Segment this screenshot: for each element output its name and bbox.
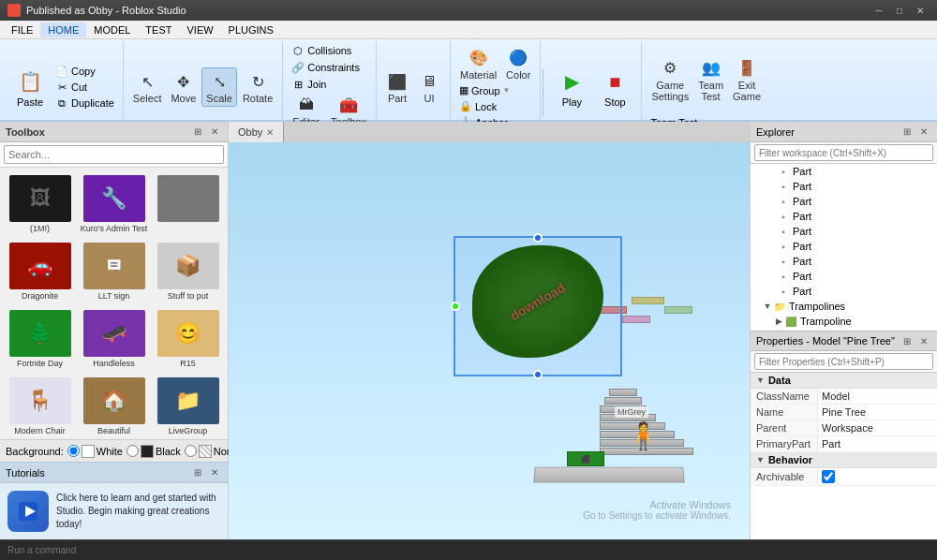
toolbox-thumb-2: [157, 175, 219, 222]
toolbox-item-1[interactable]: 🔧 Kuro's Admin Test: [78, 171, 150, 237]
material-label: Material: [460, 69, 497, 81]
game-settings-button[interactable]: ⚙ GameSettings: [647, 55, 692, 104]
group-button[interactable]: ▦ Group ▼: [456, 83, 534, 97]
main-area: Toolbox ⊞ ✕ 🖼 (1M!) 🔧 Kuro's Admin Test: [0, 122, 937, 539]
prop-name-value[interactable]: Pine Tree: [818, 405, 937, 420]
toolbox-item-2[interactable]: [152, 171, 224, 237]
toolbox-label-9: Modern Chair: [14, 426, 66, 435]
toolbox-thumb-1: 🔧: [83, 175, 145, 222]
bg-white-radio[interactable]: [67, 445, 80, 457]
viewport-tab-close[interactable]: ✕: [266, 127, 274, 138]
group-label: Group: [471, 85, 500, 96]
bg-white-option[interactable]: White: [67, 445, 123, 458]
copy-button[interactable]: 📄 Copy: [52, 64, 117, 79]
properties-header: Properties - Model "Pine Tree" ⊞ ✕: [751, 331, 937, 351]
explorer-expand-button[interactable]: ⊞: [900, 125, 915, 140]
prop-section-behavior[interactable]: ▼ Behavior: [751, 452, 937, 468]
part-button[interactable]: ⬛ Part: [382, 68, 412, 106]
tutorials-body[interactable]: Click here to learn and get started with…: [0, 483, 228, 539]
stop-button[interactable]: ■ Stop: [594, 64, 635, 111]
material-button[interactable]: 🎨 Material: [456, 45, 500, 82]
move-button[interactable]: ✥ Move: [167, 68, 200, 106]
tutorials-close-button[interactable]: ✕: [207, 465, 222, 480]
play-button[interactable]: ▶ Play: [551, 64, 592, 111]
ui-button[interactable]: 🖥 UI: [414, 68, 444, 106]
toolbox-item-7[interactable]: 🛹 Handleless: [78, 306, 150, 372]
tree-arrow-trampolines: ▼: [762, 302, 773, 311]
explorer-close-button[interactable]: ✕: [916, 125, 931, 140]
toolbox-expand-button[interactable]: ⊞: [190, 125, 205, 140]
cut-button[interactable]: ✂ Cut: [52, 80, 117, 95]
exit-game-button[interactable]: 🚪 ExitGame: [729, 55, 765, 104]
tree-item-part-2[interactable]: ▪Part: [751, 179, 937, 194]
tools-buttons: ↖ Select ✥ Move ⤡ Scale ↻ Rotate: [129, 43, 276, 131]
collisions-button[interactable]: ⬡ Collisions: [289, 43, 354, 58]
toolbox-close-button[interactable]: ✕: [207, 125, 222, 140]
toolbox-label-7: Handleless: [93, 359, 135, 368]
bg-black-option[interactable]: Black: [126, 445, 181, 458]
constraints-button[interactable]: 🔗 Constraints: [289, 60, 363, 75]
team-test-button[interactable]: 👥 TeamTest: [694, 55, 727, 104]
color-button[interactable]: 🔵 Color: [502, 45, 534, 82]
player-figure: 🧍: [627, 420, 642, 450]
explorer-filter-input[interactable]: [754, 144, 933, 161]
prop-behavior-arrow: ▼: [756, 455, 765, 464]
toolbox-item-9[interactable]: 🪑 Modern Chair: [4, 374, 76, 439]
command-input[interactable]: [7, 545, 930, 555]
prop-section-data[interactable]: ▼ Data: [751, 373, 937, 389]
scale-button[interactable]: ⤡ Scale: [201, 67, 237, 107]
prop-filter-input[interactable]: [754, 353, 933, 370]
prop-row-parent: Parent Workspace: [751, 420, 937, 436]
tree-item-part-9[interactable]: ▪Part: [751, 284, 937, 299]
tree-item-part-8[interactable]: ▪Part: [751, 269, 937, 284]
tree-item-part-4[interactable]: ▪Part: [751, 209, 937, 224]
tutorials-expand-button[interactable]: ⊞: [190, 465, 205, 480]
handle-left: [451, 302, 460, 311]
menu-plugins[interactable]: PLUGINS: [221, 22, 281, 37]
bg-none-radio[interactable]: [185, 445, 197, 457]
toolbox-item-3[interactable]: 🚗 Dragonite: [4, 239, 76, 304]
ui-icon: 🖥: [418, 70, 440, 93]
menu-file[interactable]: FILE: [4, 22, 40, 37]
toolbox-search-input[interactable]: [4, 145, 224, 164]
toolbox-item-0[interactable]: 🖼 (1M!): [4, 171, 76, 237]
lock-button[interactable]: 🔒 Lock: [456, 99, 534, 113]
tree-item-trampolines[interactable]: ▼📁Trampolines: [751, 299, 937, 314]
tree-item-part-1[interactable]: ▪Part: [751, 164, 937, 179]
menu-view[interactable]: VIEW: [179, 22, 220, 37]
paste-button[interactable]: 📋 Paste: [9, 64, 51, 111]
toolbox-item-4[interactable]: 🪧 LLT sign: [78, 239, 150, 304]
properties-close-button[interactable]: ✕: [916, 333, 931, 348]
menu-test[interactable]: TEST: [138, 22, 179, 37]
rotate-button[interactable]: ↻ Rotate: [239, 68, 276, 106]
maximize-button[interactable]: □: [890, 3, 909, 18]
activate-sub: Go to Settings to activate Windows.: [583, 510, 731, 521]
join-button[interactable]: ⊞ Join: [289, 77, 329, 92]
tree-item-trampoline[interactable]: ▶🟩Trampoline: [751, 314, 937, 329]
viewport-tab-obby[interactable]: Obby ✕: [229, 122, 284, 142]
bg-black-radio[interactable]: [126, 445, 139, 457]
tree-item-part-3[interactable]: ▪Part: [751, 194, 937, 209]
tree-item-part-7[interactable]: ▪Part: [751, 254, 937, 269]
viewport-canvas[interactable]: download 🧍 MrGrey Activate Windows Go to…: [229, 142, 750, 539]
toolbox-item-11[interactable]: 📁 LiveGroup: [152, 374, 224, 439]
toolbox-item-6[interactable]: 🌲 Fortnite Day: [4, 306, 76, 372]
join-icon: ⊞: [291, 78, 305, 91]
viewport-tabs: Obby ✕: [229, 122, 750, 142]
toolbox-item-10[interactable]: 🏠 Beautiful: [78, 374, 150, 439]
menu-model[interactable]: MODEL: [86, 22, 138, 37]
select-button[interactable]: ↖ Select: [129, 68, 166, 106]
tree-item-part-6[interactable]: ▪Part: [751, 239, 937, 254]
toolbox-item-8[interactable]: 😊 R15: [152, 306, 224, 372]
menu-home[interactable]: HOME: [40, 22, 86, 37]
toolbox-item-5[interactable]: 📦 Stuff to put: [152, 239, 224, 304]
minimize-button[interactable]: ─: [870, 3, 888, 18]
left-panel: Toolbox ⊞ ✕ 🖼 (1M!) 🔧 Kuro's Admin Test: [0, 122, 229, 539]
duplicate-button[interactable]: ⧉ Duplicate: [52, 96, 117, 111]
toolbox-label-6: Fortnite Day: [17, 359, 63, 368]
properties-expand-button[interactable]: ⊞: [900, 333, 915, 348]
close-button[interactable]: ✕: [911, 3, 930, 18]
toolbox-thumb-5: 📦: [157, 243, 219, 289]
prop-archivable-checkbox[interactable]: [822, 470, 835, 483]
tree-item-part-5[interactable]: ▪Part: [751, 224, 937, 239]
